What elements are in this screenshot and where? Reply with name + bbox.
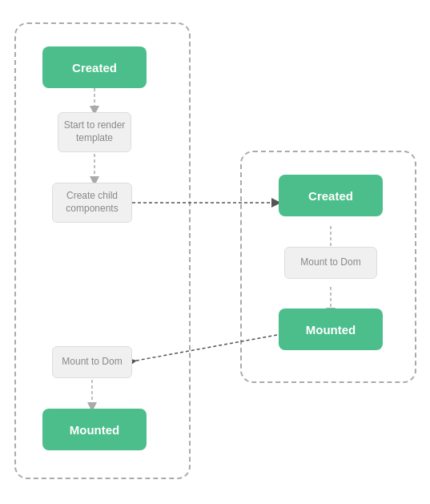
created-left-node: Created bbox=[42, 46, 147, 88]
created-right-node: Created bbox=[279, 175, 383, 216]
diagram-container: Created Start to render template Create … bbox=[0, 0, 430, 504]
mounted-left-node: Mounted bbox=[42, 409, 147, 450]
mount-to-dom-left-node: Mount to Dom bbox=[52, 346, 132, 378]
start-render-node: Start to render template bbox=[58, 112, 131, 152]
mount-to-dom-right-node: Mount to Dom bbox=[284, 247, 377, 279]
create-child-node: Create child components bbox=[52, 183, 132, 223]
mounted-right-node: Mounted bbox=[279, 308, 383, 350]
